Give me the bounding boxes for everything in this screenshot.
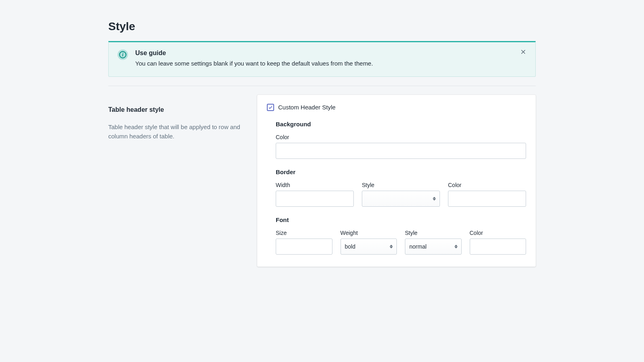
font-weight-label: Weight [341,230,397,236]
custom-header-style-checkbox[interactable] [267,104,274,111]
banner-body: You can leave some settings blank if you… [135,59,526,68]
section-annotation: Table header style Table header style th… [108,95,245,267]
font-size-input[interactable] [276,239,332,255]
border-style-label: Style [362,182,440,188]
checkmark-icon [268,105,273,110]
font-style-field: Style normal [405,230,462,255]
section-divider [108,86,536,86]
border-style-select[interactable] [362,191,440,207]
table-header-style-section: Table header style Table header style th… [108,95,536,267]
style-subform: Background Color Border Width S [267,121,526,255]
background-color-input[interactable] [276,143,526,159]
style-card: Custom Header Style Background Color Bor… [257,95,536,267]
info-banner: i Use guide You can leave some settings … [108,41,536,77]
border-width-label: Width [276,182,354,188]
section-heading: Table header style [108,106,245,113]
font-size-field: Size [276,230,332,255]
font-weight-select[interactable]: bold [341,239,397,255]
custom-header-style-label: Custom Header Style [278,104,336,111]
font-row: Size Weight bold [276,230,526,255]
page: Style i Use guide You can leave some set… [108,0,536,267]
font-weight-field: Weight bold [341,230,397,255]
border-color-field: Color [448,182,526,207]
page-title: Style [108,20,536,33]
background-group: Background Color [276,121,526,159]
border-group: Border Width Style [276,169,526,207]
info-icon-glyph: i [119,51,126,58]
font-group: Font Size Weight bold [276,216,526,255]
banner-title: Use guide [135,49,526,57]
font-color-label: Color [470,230,526,236]
border-color-input[interactable] [448,191,526,207]
font-color-field: Color [470,230,526,255]
font-style-label: Style [405,230,462,236]
banner-content: Use guide You can leave some settings bl… [135,49,526,68]
background-heading: Background [276,121,526,128]
border-color-label: Color [448,182,526,188]
font-color-input[interactable] [470,239,526,255]
background-color-field: Color [276,134,526,159]
border-style-field: Style [362,182,440,207]
background-color-label: Color [276,134,526,140]
border-width-input[interactable] [276,191,354,207]
font-style-select[interactable]: normal [405,239,462,255]
close-icon [520,49,526,57]
font-size-label: Size [276,230,332,236]
banner-close-button[interactable] [518,48,528,58]
info-icon: i [118,49,128,60]
custom-header-style-field: Custom Header Style [267,104,526,111]
font-heading: Font [276,216,526,223]
section-description: Table header style that will be applyed … [108,122,245,141]
border-width-field: Width [276,182,354,207]
border-heading: Border [276,169,526,175]
border-row: Width Style [276,182,526,207]
